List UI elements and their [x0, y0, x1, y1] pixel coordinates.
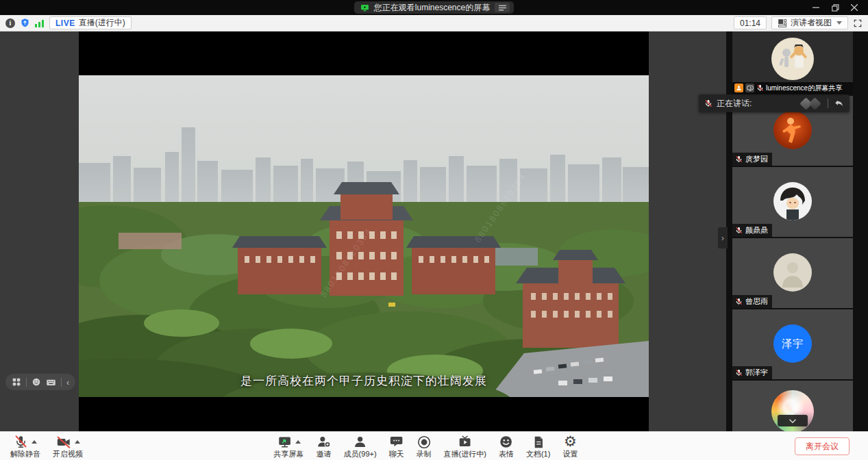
participant-name-tag: 颜鼎鼎 [732, 224, 772, 237]
record-label: 录制 [417, 450, 432, 459]
fullscreen-button[interactable] [853, 18, 863, 28]
settings-button[interactable]: ⚙ 设置 [556, 432, 584, 460]
mic-muted-icon [14, 435, 28, 449]
chat-label: 聊天 [389, 450, 404, 459]
sidebar-expander[interactable]: › [718, 227, 728, 248]
participant-name: 曾思雨 [745, 296, 768, 307]
video-subtitle: 是一所高校在两个甲子历史积淀下的壮阔发展 [79, 373, 649, 389]
main-area: 8801808620384 8801808620384 是一所高校在两个甲子历史… [0, 31, 868, 431]
minimize-icon [813, 4, 819, 11]
share-screen-label: 共享屏幕 [274, 450, 304, 459]
avatar [773, 182, 812, 220]
avatar [771, 38, 814, 80]
muted-mic-icon [756, 84, 764, 92]
chat-button[interactable]: 聊天 [383, 432, 410, 460]
title-bar: 您正在观看luminescence的屏幕 [0, 0, 868, 15]
security-shield-icon[interactable] [20, 18, 30, 28]
emoji-reaction-icon[interactable] [32, 377, 41, 387]
reactions-label: 表情 [499, 450, 514, 459]
window-controls [806, 0, 864, 15]
watching-label: 您正在观看luminescence的屏幕 [374, 1, 490, 14]
settings-label: 设置 [562, 450, 578, 459]
muted-mic-icon [735, 298, 743, 305]
camera-muted-icon [56, 435, 71, 450]
participant-name-tag: 曾思雨 [732, 295, 772, 308]
avatar [773, 111, 812, 149]
minimize-button[interactable] [806, 0, 826, 15]
participant-tile[interactable]: 曾思雨 [732, 238, 853, 308]
start-video-button[interactable]: 开启视频 [47, 432, 89, 460]
participant-tile[interactable]: 泽宇 郭泽宇 [732, 309, 853, 379]
unmute-button[interactable]: 解除静音 [4, 432, 47, 460]
footer-left-group: 解除静音 开启视频 [4, 432, 89, 460]
view-mode-selector[interactable]: 演讲者视图 [771, 16, 848, 29]
participant-name: 庹梦园 [745, 154, 768, 164]
sharing-screen-badge-icon [745, 84, 754, 92]
record-button[interactable]: 录制 [410, 432, 438, 460]
restore-icon [832, 4, 839, 12]
members-button[interactable]: 成员(99+) [338, 432, 383, 460]
chevron-down-icon [788, 416, 797, 426]
stage-floating-toolbar: ‹ [5, 374, 75, 390]
members-label: 成员(99+) [344, 450, 377, 459]
participant-name: 郭泽宇 [745, 368, 768, 378]
record-icon [417, 435, 432, 450]
speaking-label: 正在讲话: [717, 98, 752, 110]
video-options-caret[interactable] [75, 440, 80, 444]
fullscreen-icon [853, 18, 863, 28]
restore-button[interactable] [826, 0, 845, 15]
hamburger-icon [499, 5, 506, 11]
footer-toolbar: 解除静音 开启视频 [0, 431, 868, 460]
screen-share-green-icon [360, 3, 369, 12]
avatar: 泽宇 [773, 324, 812, 363]
leave-meeting-button[interactable]: 离开会议 [795, 437, 850, 455]
invite-button[interactable]: 邀请 [310, 432, 338, 460]
reactions-button[interactable]: 表情 [493, 432, 520, 460]
participant-tile[interactable]: 颜鼎鼎 [732, 167, 853, 237]
mic-options-caret[interactable] [32, 440, 37, 444]
apps-grid-icon[interactable] [12, 377, 21, 387]
avatar-initials: 泽宇 [782, 337, 804, 350]
live-stream-button[interactable]: 直播(进行中) [438, 432, 493, 460]
participants-sidebar: luminescence的屏幕共享 庹梦园 [726, 31, 868, 431]
info-bar: i LIVE 直播(进行中) 01:14 演讲者视图 [0, 15, 868, 31]
share-tile-label-bar: luminescence的屏幕共享 [732, 82, 853, 94]
scroll-participants-down-button[interactable] [778, 415, 808, 426]
shared-screen-video: 8801808620384 8801808620384 是一所高校在两个甲子历史… [79, 31, 649, 431]
campus-aerial-frame [79, 75, 649, 397]
close-button[interactable] [845, 0, 864, 15]
caption-keyboard-icon[interactable] [46, 377, 56, 387]
layout-icon [778, 18, 787, 28]
live-status-box[interactable]: LIVE 直播(进行中) [49, 16, 132, 29]
toolbar-divider [26, 378, 27, 387]
reply-arrow-icon[interactable] [834, 99, 844, 109]
participant-tile-screen-share[interactable]: luminescence的屏幕共享 [732, 31, 853, 94]
gear-icon: ⚙ [564, 435, 577, 449]
muted-mic-icon [735, 369, 743, 376]
muted-mic-icon [735, 155, 743, 163]
watching-screen-pill: 您正在观看luminescence的屏幕 [354, 1, 514, 14]
live-status-text: 直播(进行中) [79, 17, 125, 29]
collapse-toolbar-chevron[interactable]: ‹ [66, 378, 69, 387]
speaker-logo-icon [808, 97, 821, 110]
share-tile-name: luminescence的屏幕共享 [766, 84, 842, 93]
invite-person-icon [317, 435, 331, 449]
unmute-label: 解除静音 [10, 450, 40, 459]
docs-button[interactable]: 文档(1) [520, 432, 556, 460]
screen-menu-button[interactable] [495, 3, 510, 12]
avatar [773, 253, 812, 292]
shared-screen-stage: 8801808620384 8801808620384 是一所高校在两个甲子历史… [0, 31, 726, 431]
meeting-window: 您正在观看luminescence的屏幕 i [0, 0, 868, 460]
meeting-info-icon[interactable]: i [5, 18, 15, 28]
network-signal-icon[interactable] [35, 19, 45, 27]
share-options-caret[interactable] [295, 440, 301, 444]
chat-icon [389, 435, 404, 449]
share-screen-button[interactable]: 共享屏幕 [268, 432, 310, 460]
footer-center-group: 共享屏幕 邀请 [268, 432, 584, 460]
members-icon [353, 435, 367, 449]
participant-name: 颜鼎鼎 [745, 225, 768, 235]
toolbar-divider [61, 378, 62, 387]
close-icon [851, 4, 858, 11]
live-badge: LIVE [55, 18, 75, 28]
live-tv-icon [458, 435, 472, 449]
